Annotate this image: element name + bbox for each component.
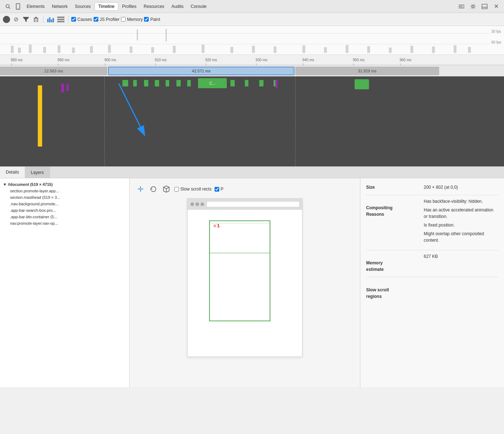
event-purple-2 <box>67 84 69 91</box>
preview-layer-overlay <box>209 220 270 321</box>
rotate-icon[interactable] <box>148 184 158 194</box>
js-profiler-checkbox[interactable] <box>94 17 98 22</box>
props-panel: Size 200 × 802 (at 0,0) Compositing Reas… <box>360 178 504 387</box>
tab-layers[interactable]: Layers <box>25 167 50 178</box>
prop-memory-label: Memory estimate <box>366 253 424 273</box>
paint-label: Paint <box>150 17 160 22</box>
stop-button[interactable]: ⊘ <box>12 15 20 24</box>
event-green-3 <box>144 80 148 86</box>
tree-panel[interactable]: ▼ #document (519 × 4715) section.promote… <box>0 178 130 387</box>
svg-rect-43 <box>432 46 435 53</box>
svg-rect-17 <box>51 19 52 22</box>
fps-chart <box>0 26 486 55</box>
event-green-4 <box>155 80 159 86</box>
tab-details[interactable]: Details <box>0 167 25 178</box>
svg-rect-18 <box>53 18 54 22</box>
event-green-12 <box>259 80 264 86</box>
event-purple-right <box>275 80 278 88</box>
p-label: P <box>221 187 224 192</box>
fps-area[interactable]: 30 fps 60 fps <box>0 26 504 55</box>
close-icon[interactable]: ✕ <box>491 1 501 12</box>
tree-item-1[interactable]: section.masthead (519 × 3... <box>1 194 128 201</box>
svg-rect-37 <box>302 45 305 53</box>
fps-30-label: 30 fps <box>491 30 501 33</box>
settings-icon[interactable] <box>468 1 478 12</box>
filter-button[interactable] <box>22 15 30 24</box>
tree-root[interactable]: ▼ #document (519 × 4715) <box>1 181 128 188</box>
svg-text:880 ms: 880 ms <box>11 58 23 62</box>
p-checkbox-label[interactable]: P <box>215 187 224 192</box>
memory-label: Memory <box>127 17 143 22</box>
svg-rect-16 <box>49 17 50 22</box>
tree-item-4[interactable]: .app-bar-btn-container (5... <box>1 214 128 220</box>
slow-scroll-checkbox-label[interactable]: Slow scroll rects <box>174 187 212 192</box>
expand-icon[interactable] <box>456 1 467 12</box>
delete-button[interactable] <box>32 15 40 24</box>
svg-rect-33 <box>202 45 204 53</box>
tree-item-5[interactable]: nav.promote-layer.nav-op... <box>1 220 128 227</box>
paint-checkbox[interactable] <box>144 17 149 22</box>
dock-icon[interactable] <box>480 1 490 12</box>
menu-sources[interactable]: Sources <box>71 3 94 10</box>
tree-item-0[interactable]: section.promote-layer.app... <box>1 188 128 194</box>
svg-point-8 <box>472 5 474 8</box>
3d-icon[interactable] <box>161 184 171 194</box>
record-button[interactable] <box>3 16 10 23</box>
prop-compositing-label: Compositing Reasons <box>366 198 424 246</box>
svg-rect-30 <box>130 46 132 53</box>
menu-resources[interactable]: Resources <box>140 3 168 10</box>
svg-rect-26 <box>58 45 60 53</box>
p-checkbox[interactable] <box>215 187 219 192</box>
memory-checkbox-label[interactable]: Memory <box>121 17 143 22</box>
tab-bar: Details Layers <box>0 167 504 178</box>
svg-rect-23 <box>18 48 21 53</box>
slow-scroll-checkbox[interactable] <box>174 187 179 192</box>
bar-chart-icon[interactable] <box>46 15 55 24</box>
menu-audits[interactable]: Audits <box>168 3 187 10</box>
svg-rect-38 <box>324 47 327 53</box>
svg-rect-22 <box>11 46 14 53</box>
slow-scroll-label: Slow scroll rects <box>180 187 212 192</box>
compositing-reason-2: Has an active accelerated animation or t… <box>424 207 498 220</box>
causes-checkbox-label[interactable]: Causes <box>71 17 92 22</box>
menu-timeline[interactable]: Timeline <box>94 2 118 11</box>
prop-compositing-value: Has backface-visibility: hidden. Has an … <box>424 198 498 246</box>
events-area[interactable]: C... <box>0 76 504 166</box>
tree-item-2[interactable]: .nav-background.promote... <box>1 201 128 207</box>
menu-profiles[interactable]: Profiles <box>118 3 140 10</box>
prop-size-value: 200 × 802 (at 0,0) <box>424 184 498 191</box>
svg-rect-47 <box>166 29 167 41</box>
event-green-7 <box>187 80 191 86</box>
js-profiler-checkbox-label[interactable]: JS Profiler <box>94 17 120 22</box>
time-ruler-svg: 880 ms 890 ms 900 ms 910 ms 920 ms 930 m… <box>0 55 504 66</box>
prop-slow-scroll-value <box>424 280 498 300</box>
svg-rect-42 <box>410 46 413 53</box>
move-icon[interactable]: ✛ <box>135 184 145 194</box>
svg-rect-9 <box>482 4 487 9</box>
compositing-reason-3: Is fixed position. <box>424 222 498 228</box>
preview-nav-line <box>210 223 270 224</box>
svg-rect-46 <box>137 30 138 40</box>
menu-elements[interactable]: Elements <box>23 3 48 10</box>
duration-bar-left: 22.563 ms <box>0 67 107 75</box>
svg-rect-31 <box>151 47 154 53</box>
duration-bar-right: 31.929 ms <box>295 67 439 75</box>
causes-checkbox[interactable] <box>71 17 76 22</box>
mobile-icon[interactable] <box>13 1 23 12</box>
tree-item-3[interactable]: .app-bar-search-box.pro... <box>1 207 128 214</box>
svg-rect-29 <box>108 45 111 53</box>
duration-bars-row: 22.563 ms 42.571 ms 31.929 ms <box>0 66 504 76</box>
selection-arrow <box>97 76 169 148</box>
menu-console[interactable]: Console <box>187 3 210 10</box>
event-green-5 <box>166 80 169 86</box>
svg-rect-34 <box>230 47 233 53</box>
paint-checkbox-label[interactable]: Paint <box>144 17 160 22</box>
duration-bar-selected: 42.571 ms <box>108 67 294 75</box>
memory-checkbox[interactable] <box>121 17 126 22</box>
flame-chart-icon[interactable] <box>57 15 65 24</box>
svg-text:930 ms: 930 ms <box>256 58 267 62</box>
svg-rect-20 <box>57 19 64 20</box>
search-icon[interactable] <box>3 1 13 12</box>
toolbar: ⊘ Causes <box>0 13 504 26</box>
menu-network[interactable]: Network <box>48 3 71 10</box>
